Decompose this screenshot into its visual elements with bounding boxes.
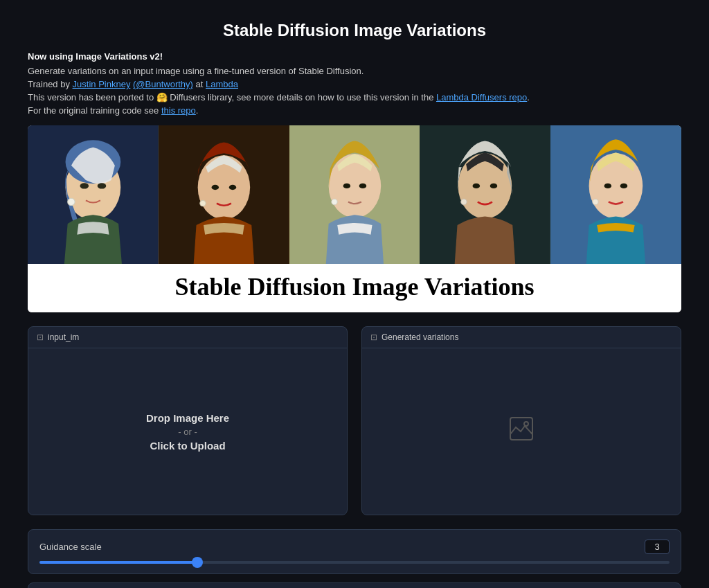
page-wrapper: Stable Diffusion Image Variations Now us… [0,0,709,588]
guidance-label: Guidance scale [39,542,102,552]
output-panel-icon: ⊡ [370,332,377,342]
banner-image-2 [159,125,289,264]
svg-point-9 [229,185,236,190]
banner-image-5 [550,125,681,264]
author-link[interactable]: Justin Pinkney [73,79,131,89]
svg-point-17 [458,153,512,218]
banner-container: Stable Diffusion Image Variations [28,125,681,312]
image-placeholder-icon [509,416,534,447]
svg-point-15 [331,199,336,204]
svg-point-3 [80,183,89,188]
svg-point-18 [473,184,480,188]
svg-point-19 [490,184,497,188]
description-text: Generate variations on an input image us… [28,66,681,76]
svg-point-10 [200,200,206,206]
info-section: Now using Image Variations v2! Generate … [28,51,681,116]
guidance-slider-thumb[interactable] [192,557,203,568]
handle-link[interactable]: (@Buntworthy) [133,79,193,89]
svg-point-8 [211,185,218,190]
output-panel-label: Generated variations [382,332,458,342]
lambda-diffusers-link[interactable]: Lambda Diffusers repo [436,92,527,103]
upload-text-or: - or - [178,427,197,437]
panels-row: ⊡ input_im Drop Image Here - or - Click … [28,326,681,515]
banner-image-1 [28,125,159,264]
svg-point-4 [98,183,107,188]
page-title: Stable Diffusion Image Variations [28,14,681,40]
guidance-label-row: Guidance scale 3 [39,540,670,554]
upload-text-main: Drop Image Here [146,412,229,424]
svg-point-24 [620,184,627,188]
this-repo-link[interactable]: this repo [161,105,196,116]
svg-point-20 [461,199,467,204]
svg-point-22 [589,153,643,218]
ported-text: This version has been ported to 🤗 Diffus… [28,92,681,103]
input-panel-header: ⊡ input_im [28,327,347,348]
input-panel-icon: ⊡ [37,332,44,342]
svg-point-23 [604,184,611,188]
banner-title-area: Stable Diffusion Image Variations [28,264,681,312]
svg-point-12 [328,154,381,217]
svg-point-13 [343,184,350,188]
upload-area[interactable]: Drop Image Here - or - Click to Upload [28,348,347,515]
controls-section: Guidance scale 3 Number images 1 [28,529,681,588]
guidance-scale-control: Guidance scale 3 [28,529,681,574]
upload-text-click: Click to Upload [150,440,225,452]
input-panel-label: input_im [48,332,79,342]
banner-image-3 [289,125,420,264]
trained-by-text: Trained by Justin Pinkney (@Buntworthy) … [28,79,681,89]
svg-point-7 [197,155,250,219]
output-panel-header: ⊡ Generated variations [362,327,681,348]
guidance-slider-fill [39,561,197,564]
num-images-control: Number images 1 [28,582,681,588]
output-panel: ⊡ Generated variations [361,326,681,515]
original-text: For the original training code see this … [28,105,681,116]
lambda-link[interactable]: Lambda [206,79,238,89]
banner-image-4 [420,125,550,264]
banner-title: Stable Diffusion Image Variations [174,273,534,301]
svg-point-25 [593,199,598,204]
svg-point-5 [68,198,75,205]
guidance-value: 3 [645,540,670,554]
trained-prefix: Trained by [28,79,73,89]
notice-text: Now using Image Variations v2! [28,51,681,62]
banner-images [28,125,681,264]
input-panel: ⊡ input_im Drop Image Here - or - Click … [28,326,348,515]
guidance-slider-track[interactable] [39,561,670,564]
svg-rect-26 [510,418,532,440]
svg-point-14 [359,184,366,188]
output-area [362,348,681,515]
svg-point-27 [524,422,528,426]
